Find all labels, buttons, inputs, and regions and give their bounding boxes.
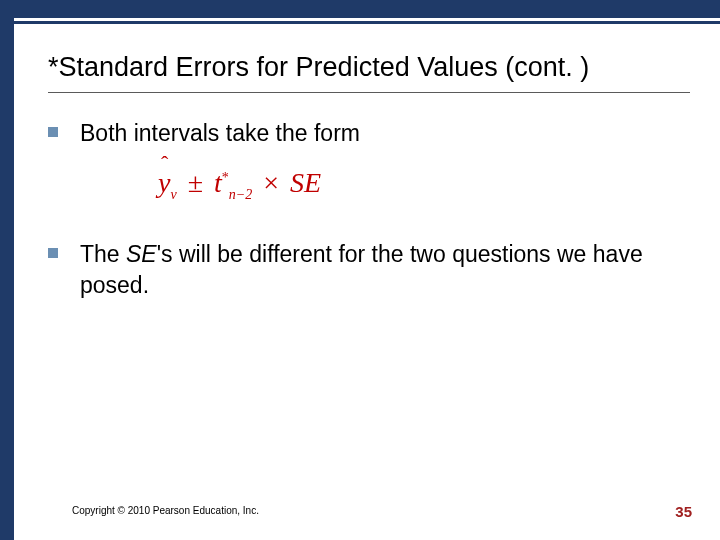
bullet-2: The SE's will be different for the two q… [48, 239, 680, 301]
bullet-2-pre: The [80, 241, 126, 267]
formula-se: SE [290, 167, 321, 198]
slide: *Standard Errors for Predicted Values (c… [0, 0, 720, 540]
bullet-1: Both intervals take the form [48, 118, 680, 149]
top-bar-line [0, 21, 720, 24]
formula: yv ± t*n−2 × SE [158, 167, 680, 203]
bullet-2-se: SE [126, 241, 157, 267]
formula-pm: ± [184, 167, 207, 198]
bullet-icon [48, 127, 58, 137]
formula-sub-n: n−2 [229, 187, 252, 202]
formula-times: × [259, 167, 283, 198]
formula-sub-v: v [170, 187, 176, 202]
formula-yhat: y [158, 167, 170, 199]
slide-body: Both intervals take the form yv ± t*n−2 … [48, 118, 680, 319]
bullet-2-post: 's will be different for the two questio… [80, 241, 643, 298]
page-number: 35 [675, 503, 692, 520]
bullet-2-text: The SE's will be different for the two q… [80, 239, 680, 301]
formula-star: * [222, 170, 229, 185]
left-bar [0, 0, 14, 540]
bullet-1-text: Both intervals take the form [80, 118, 360, 149]
formula-t: t [214, 167, 222, 198]
slide-title: *Standard Errors for Predicted Values (c… [48, 52, 690, 83]
copyright: Copyright © 2010 Pearson Education, Inc. [72, 505, 259, 516]
title-underline [48, 92, 690, 93]
bullet-icon [48, 248, 58, 258]
top-bar [0, 0, 720, 20]
